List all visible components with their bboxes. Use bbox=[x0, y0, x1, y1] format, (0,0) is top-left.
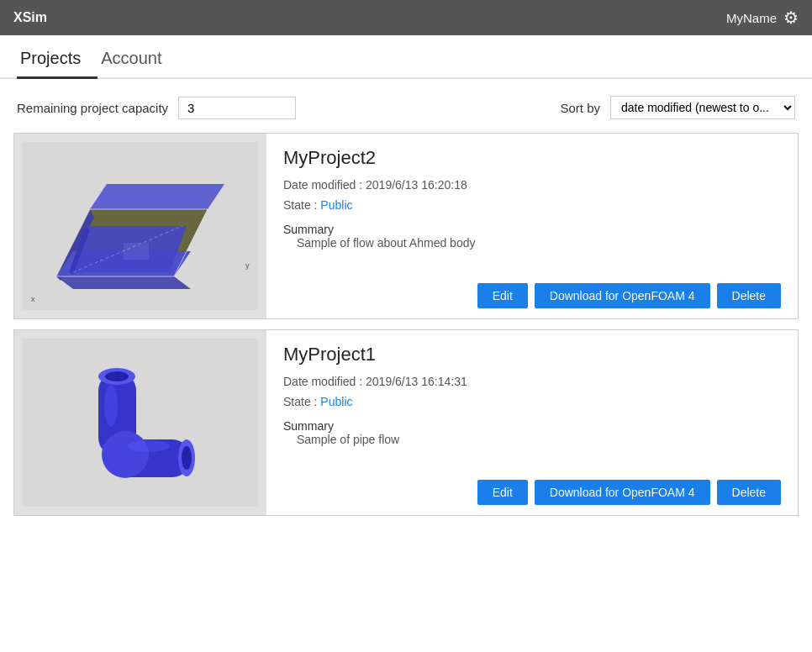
svg-text:x: x bbox=[31, 295, 35, 303]
svg-point-23 bbox=[182, 446, 192, 470]
project-actions: Edit Download for OpenFOAM 4 Delete bbox=[283, 466, 781, 505]
project-summary-label: Summary bbox=[283, 223, 781, 236]
svg-point-25 bbox=[128, 440, 170, 452]
edit-button[interactable]: Edit bbox=[477, 480, 528, 505]
projects-list: x y MyProject2 Date modified : 2019/6/13… bbox=[0, 133, 812, 526]
svg-marker-2 bbox=[56, 276, 191, 289]
tab-projects[interactable]: Projects bbox=[17, 35, 98, 79]
project-thumbnail bbox=[14, 330, 266, 515]
thumbnail-svg bbox=[23, 339, 258, 507]
filter-bar: Remaining project capacity Sort by date … bbox=[0, 96, 812, 133]
svg-point-22 bbox=[105, 371, 129, 381]
project-summary-text: Sample of flow about Ahmed body bbox=[297, 236, 781, 250]
gear-icon[interactable]: ⚙ bbox=[783, 8, 799, 28]
svg-point-19 bbox=[102, 431, 149, 478]
username-label: MyName bbox=[726, 11, 777, 25]
delete-button[interactable]: Delete bbox=[717, 480, 781, 505]
project-state-label: State : bbox=[283, 198, 320, 212]
app-title: XSim bbox=[13, 10, 47, 25]
project-details: MyProject2 Date modified : 2019/6/13 16:… bbox=[266, 134, 798, 318]
project-meta: Date modified : 2019/6/13 16:14:31 State… bbox=[283, 372, 781, 413]
project-state-label: State : bbox=[283, 395, 320, 408]
project-summary-text: Sample of pipe flow bbox=[297, 433, 781, 446]
project-name: MyProject1 bbox=[283, 344, 781, 365]
svg-point-24 bbox=[104, 385, 118, 427]
project-date: Date modified : 2019/6/13 16:20:18 bbox=[283, 178, 467, 192]
remaining-capacity-input[interactable] bbox=[178, 97, 296, 119]
project-details: MyProject1 Date modified : 2019/6/13 16:… bbox=[266, 330, 798, 515]
project-card: MyProject1 Date modified : 2019/6/13 16:… bbox=[13, 329, 799, 516]
delete-button[interactable]: Delete bbox=[717, 283, 781, 308]
remaining-capacity-label: Remaining project capacity bbox=[17, 101, 168, 115]
sort-by-label: Sort by bbox=[560, 101, 600, 115]
project-card: x y MyProject2 Date modified : 2019/6/13… bbox=[13, 133, 799, 319]
project-actions: Edit Download for OpenFOAM 4 Delete bbox=[283, 270, 781, 308]
project-summary-label: Summary bbox=[283, 419, 781, 433]
project-date: Date modified : 2019/6/13 16:14:31 bbox=[283, 375, 467, 388]
tab-account[interactable]: Account bbox=[98, 35, 178, 79]
user-area: MyName ⚙ bbox=[726, 8, 799, 28]
download-button[interactable]: Download for OpenFOAM 4 bbox=[535, 283, 710, 308]
project-meta: Date modified : 2019/6/13 16:20:18 State… bbox=[283, 176, 781, 216]
thumbnail-svg: x y bbox=[23, 142, 258, 310]
svg-rect-16 bbox=[23, 339, 258, 507]
topbar: XSim MyName ⚙ bbox=[0, 0, 812, 35]
svg-text:y: y bbox=[245, 261, 250, 270]
project-state-value: Public bbox=[320, 395, 352, 408]
project-thumbnail: x y bbox=[14, 134, 266, 318]
download-button[interactable]: Download for OpenFOAM 4 bbox=[535, 480, 710, 505]
project-name: MyProject2 bbox=[283, 147, 781, 169]
svg-marker-4 bbox=[90, 184, 224, 209]
project-state-value: Public bbox=[320, 198, 352, 212]
tabs-bar: Projects Account bbox=[0, 35, 812, 79]
sort-select[interactable]: date modified (newest to o... date modif… bbox=[610, 96, 795, 119]
edit-button[interactable]: Edit bbox=[477, 283, 528, 308]
